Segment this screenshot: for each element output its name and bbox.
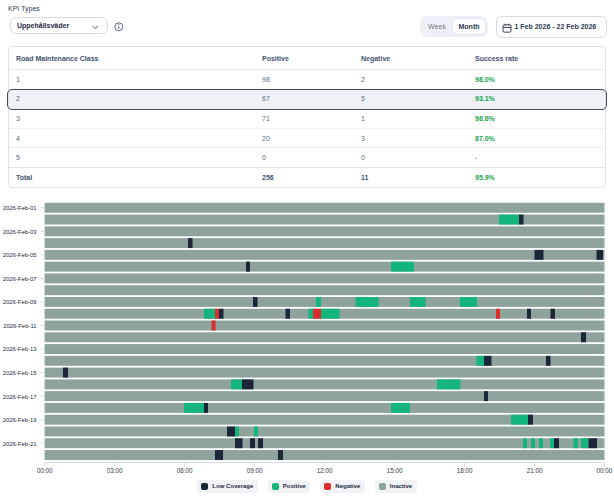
svg-text:2026-Feb-01: 2026-Feb-01 (3, 205, 37, 211)
svg-text:00:00: 00:00 (37, 467, 53, 474)
svg-text:2026-Feb-17: 2026-Feb-17 (3, 394, 37, 400)
svg-text:06:00: 06:00 (177, 467, 193, 474)
svg-text:2026-Feb-05: 2026-Feb-05 (3, 252, 37, 258)
svg-text:21:00: 21:00 (527, 467, 543, 474)
svg-text:00:00: 00:00 (597, 467, 613, 474)
svg-text:2026-Feb-07: 2026-Feb-07 (3, 276, 37, 282)
svg-text:2026-Feb-19: 2026-Feb-19 (3, 417, 37, 423)
svg-text:2026-Feb-11: 2026-Feb-11 (3, 323, 36, 329)
svg-text:2026-Feb-03: 2026-Feb-03 (3, 229, 37, 235)
svg-text:09:00: 09:00 (247, 467, 263, 474)
svg-text:12:00: 12:00 (317, 467, 333, 474)
svg-text:2026-Feb-15: 2026-Feb-15 (3, 370, 37, 376)
svg-text:03:00: 03:00 (107, 467, 123, 474)
svg-text:15:00: 15:00 (387, 467, 403, 474)
svg-text:18:00: 18:00 (457, 467, 473, 474)
svg-text:2026-Feb-13: 2026-Feb-13 (3, 346, 37, 352)
svg-text:2026-Feb-09: 2026-Feb-09 (3, 299, 37, 305)
svg-text:2026-Feb-21: 2026-Feb-21 (3, 441, 37, 447)
